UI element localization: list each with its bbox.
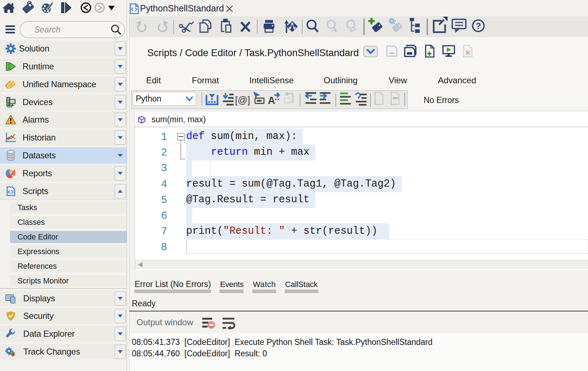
svg-text:[@]: [@] [235,95,250,105]
svg-text:A: A [268,95,275,106]
svg-text:?: ? [476,21,481,31]
